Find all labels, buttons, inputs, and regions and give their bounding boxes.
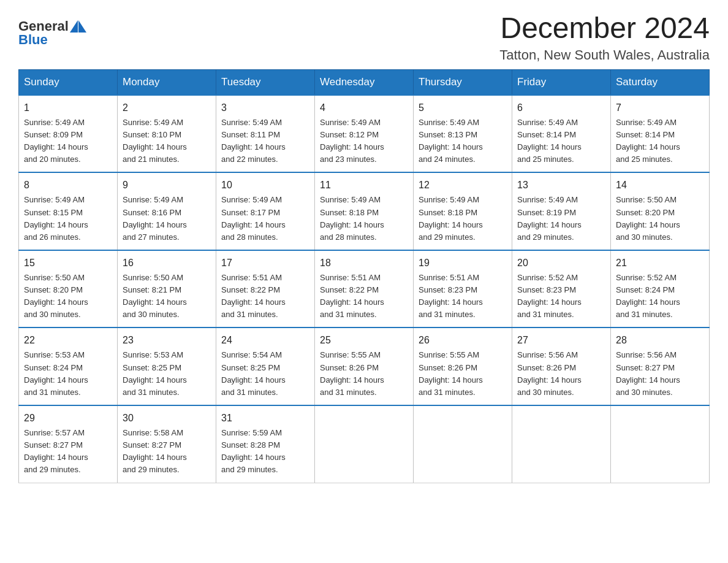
day-info: Sunrise: 5:52 AMSunset: 8:24 PMDaylight:…: [616, 273, 680, 319]
title-block: December 2024 Tatton, New South Wales, A…: [499, 12, 710, 63]
day-info: Sunrise: 5:51 AMSunset: 8:22 PMDaylight:…: [320, 273, 384, 319]
day-number: 12: [419, 178, 507, 193]
day-info: Sunrise: 5:49 AMSunset: 8:14 PMDaylight:…: [517, 118, 582, 164]
calendar-week-row: 29 Sunrise: 5:57 AMSunset: 8:27 PMDaylig…: [19, 405, 710, 483]
calendar-cell: 25 Sunrise: 5:55 AMSunset: 8:26 PMDaylig…: [315, 327, 414, 405]
day-number: 9: [123, 178, 211, 193]
calendar-cell: 14 Sunrise: 5:50 AMSunset: 8:20 PMDaylig…: [611, 172, 710, 250]
day-info: Sunrise: 5:55 AMSunset: 8:26 PMDaylight:…: [320, 350, 384, 396]
calendar-cell: 7 Sunrise: 5:49 AMSunset: 8:14 PMDayligh…: [611, 95, 710, 173]
day-number: 6: [517, 101, 605, 115]
column-header-saturday: Saturday: [611, 69, 710, 95]
calendar-cell: 18 Sunrise: 5:51 AMSunset: 8:22 PMDaylig…: [315, 250, 414, 328]
month-title: December 2024: [499, 12, 710, 45]
day-number: 15: [24, 256, 112, 270]
day-number: 27: [517, 333, 605, 348]
day-info: Sunrise: 5:49 AMSunset: 8:09 PMDaylight:…: [24, 118, 88, 164]
calendar-cell: 19 Sunrise: 5:51 AMSunset: 8:23 PMDaylig…: [414, 250, 512, 328]
location-title: Tatton, New South Wales, Australia: [499, 47, 710, 63]
day-info: Sunrise: 5:49 AMSunset: 8:18 PMDaylight:…: [320, 195, 384, 241]
day-number: 20: [517, 256, 605, 270]
calendar-cell: [414, 405, 512, 483]
day-info: Sunrise: 5:49 AMSunset: 8:17 PMDaylight:…: [221, 195, 286, 241]
calendar-cell: 8 Sunrise: 5:49 AMSunset: 8:15 PMDayligh…: [19, 172, 118, 250]
day-info: Sunrise: 5:56 AMSunset: 8:27 PMDaylight:…: [616, 350, 680, 396]
calendar-cell: 22 Sunrise: 5:53 AMSunset: 8:24 PMDaylig…: [19, 327, 118, 405]
calendar-cell: 1 Sunrise: 5:49 AMSunset: 8:09 PMDayligh…: [19, 95, 118, 173]
calendar-cell: 20 Sunrise: 5:52 AMSunset: 8:23 PMDaylig…: [512, 250, 611, 328]
day-number: 28: [616, 333, 704, 348]
calendar-cell: 27 Sunrise: 5:56 AMSunset: 8:26 PMDaylig…: [512, 327, 611, 405]
day-info: Sunrise: 5:58 AMSunset: 8:27 PMDaylight:…: [123, 428, 187, 474]
day-number: 21: [616, 256, 704, 270]
column-header-monday: Monday: [118, 69, 216, 95]
day-number: 7: [616, 101, 704, 115]
day-info: Sunrise: 5:49 AMSunset: 8:16 PMDaylight:…: [123, 195, 187, 241]
day-number: 3: [221, 101, 309, 115]
calendar-cell: 2 Sunrise: 5:49 AMSunset: 8:10 PMDayligh…: [118, 95, 216, 173]
calendar-week-row: 22 Sunrise: 5:53 AMSunset: 8:24 PMDaylig…: [19, 327, 710, 405]
day-info: Sunrise: 5:57 AMSunset: 8:27 PMDaylight:…: [24, 428, 88, 474]
calendar-cell: [611, 405, 710, 483]
calendar-week-row: 8 Sunrise: 5:49 AMSunset: 8:15 PMDayligh…: [19, 172, 710, 250]
calendar-cell: 16 Sunrise: 5:50 AMSunset: 8:21 PMDaylig…: [118, 250, 216, 328]
calendar-cell: 29 Sunrise: 5:57 AMSunset: 8:27 PMDaylig…: [19, 405, 118, 483]
day-info: Sunrise: 5:54 AMSunset: 8:25 PMDaylight:…: [221, 350, 286, 396]
logo: General Blue: [18, 18, 86, 48]
day-info: Sunrise: 5:49 AMSunset: 8:18 PMDaylight:…: [419, 195, 483, 241]
calendar-cell: 6 Sunrise: 5:49 AMSunset: 8:14 PMDayligh…: [512, 95, 611, 173]
day-number: 1: [24, 101, 112, 115]
page-header: General Blue December 2024 Tatton, New S…: [18, 12, 710, 63]
day-number: 8: [24, 178, 112, 193]
day-number: 11: [320, 178, 408, 193]
day-number: 31: [221, 411, 309, 426]
calendar-cell: 15 Sunrise: 5:50 AMSunset: 8:20 PMDaylig…: [19, 250, 118, 328]
day-info: Sunrise: 5:49 AMSunset: 8:11 PMDaylight:…: [221, 118, 286, 164]
day-info: Sunrise: 5:50 AMSunset: 8:21 PMDaylight:…: [123, 273, 187, 319]
day-number: 16: [123, 256, 211, 270]
day-info: Sunrise: 5:51 AMSunset: 8:23 PMDaylight:…: [419, 273, 483, 319]
day-number: 29: [24, 411, 112, 426]
day-number: 24: [221, 333, 309, 348]
calendar-table: SundayMondayTuesdayWednesdayThursdayFrid…: [18, 69, 710, 483]
calendar-cell: 24 Sunrise: 5:54 AMSunset: 8:25 PMDaylig…: [216, 327, 315, 405]
calendar-cell: 12 Sunrise: 5:49 AMSunset: 8:18 PMDaylig…: [414, 172, 512, 250]
calendar-cell: 23 Sunrise: 5:53 AMSunset: 8:25 PMDaylig…: [118, 327, 216, 405]
calendar-cell: 3 Sunrise: 5:49 AMSunset: 8:11 PMDayligh…: [216, 95, 315, 173]
logo-blue-text: Blue: [18, 32, 48, 48]
day-number: 22: [24, 333, 112, 348]
calendar-cell: 11 Sunrise: 5:49 AMSunset: 8:18 PMDaylig…: [315, 172, 414, 250]
column-header-sunday: Sunday: [19, 69, 118, 95]
day-info: Sunrise: 5:49 AMSunset: 8:12 PMDaylight:…: [320, 118, 384, 164]
day-info: Sunrise: 5:52 AMSunset: 8:23 PMDaylight:…: [517, 273, 582, 319]
calendar-cell: 31 Sunrise: 5:59 AMSunset: 8:28 PMDaylig…: [216, 405, 315, 483]
column-header-wednesday: Wednesday: [315, 69, 414, 95]
calendar-cell: 17 Sunrise: 5:51 AMSunset: 8:22 PMDaylig…: [216, 250, 315, 328]
day-info: Sunrise: 5:59 AMSunset: 8:28 PMDaylight:…: [221, 428, 286, 474]
column-header-tuesday: Tuesday: [216, 69, 315, 95]
calendar-cell: 30 Sunrise: 5:58 AMSunset: 8:27 PMDaylig…: [118, 405, 216, 483]
column-header-friday: Friday: [512, 69, 611, 95]
day-info: Sunrise: 5:49 AMSunset: 8:15 PMDaylight:…: [24, 195, 88, 241]
day-number: 25: [320, 333, 408, 348]
day-info: Sunrise: 5:49 AMSunset: 8:13 PMDaylight:…: [419, 118, 483, 164]
calendar-week-row: 15 Sunrise: 5:50 AMSunset: 8:20 PMDaylig…: [19, 250, 710, 328]
day-info: Sunrise: 5:56 AMSunset: 8:26 PMDaylight:…: [517, 350, 582, 396]
day-number: 30: [123, 411, 211, 426]
day-number: 18: [320, 256, 408, 270]
day-number: 4: [320, 101, 408, 115]
day-info: Sunrise: 5:53 AMSunset: 8:24 PMDaylight:…: [24, 350, 88, 396]
day-info: Sunrise: 5:50 AMSunset: 8:20 PMDaylight:…: [616, 195, 680, 241]
day-number: 10: [221, 178, 309, 193]
calendar-week-row: 1 Sunrise: 5:49 AMSunset: 8:09 PMDayligh…: [19, 95, 710, 173]
column-header-thursday: Thursday: [414, 69, 512, 95]
calendar-cell: 10 Sunrise: 5:49 AMSunset: 8:17 PMDaylig…: [216, 172, 315, 250]
day-info: Sunrise: 5:53 AMSunset: 8:25 PMDaylight:…: [123, 350, 187, 396]
calendar-cell: [315, 405, 414, 483]
calendar-cell: 4 Sunrise: 5:49 AMSunset: 8:12 PMDayligh…: [315, 95, 414, 173]
day-number: 14: [616, 178, 704, 193]
day-number: 17: [221, 256, 309, 270]
day-number: 2: [123, 101, 211, 115]
calendar-cell: 26 Sunrise: 5:55 AMSunset: 8:26 PMDaylig…: [414, 327, 512, 405]
calendar-cell: 28 Sunrise: 5:56 AMSunset: 8:27 PMDaylig…: [611, 327, 710, 405]
